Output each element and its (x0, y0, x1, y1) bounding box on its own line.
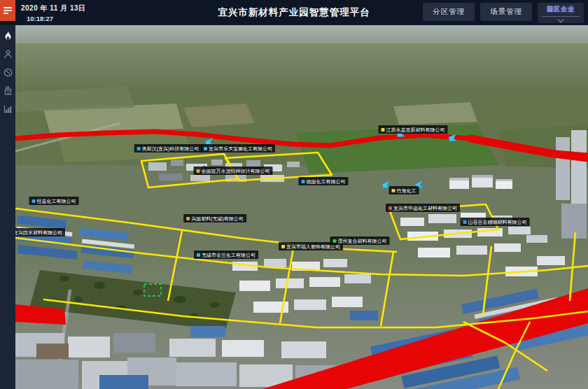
chevron-down-icon (558, 17, 564, 22)
company-icon (197, 169, 200, 173)
company-label[interactable]: 兴国塑料(无锡)有限公司 (183, 214, 246, 222)
company-icon (388, 206, 392, 210)
company-icon (32, 199, 36, 203)
company-icon (186, 217, 190, 220)
company-icon (197, 253, 200, 257)
park-enterprise-dropdown[interactable]: 园区企业 (538, 3, 584, 23)
company-icon (137, 147, 141, 150)
building-icon[interactable] (0, 81, 15, 99)
company-icon (382, 128, 385, 132)
company-label[interactable]: 宜兴市乐天宝馨化工有限公司 (201, 144, 275, 153)
header-time: 10:18:27 (27, 15, 86, 22)
sidebar (0, 21, 15, 389)
company-icon (392, 189, 396, 192)
scene-management-button[interactable]: 场景管理 (480, 3, 532, 21)
company-label[interactable]: 溧州复合材料有限公司 (330, 236, 390, 245)
map-3d-scene (15, 25, 588, 389)
smart-park-platform: 2020 年 11 月 13日 10:18:27 宜兴市新材料产业园智慧管理平台… (0, 0, 588, 389)
company-label[interactable]: 宜兴防水材料有限公司 (15, 228, 65, 236)
page-title: 宜兴市新材料产业园智慧管理平台 (218, 6, 370, 19)
chart-icon[interactable] (0, 99, 15, 118)
company-label[interactable]: 全国双万水泥特种设计有限公司 (194, 167, 273, 175)
header: 2020 年 11 月 13日 10:18:27 宜兴市新材料产业园智慧管理平台… (0, 0, 588, 25)
gauge-icon[interactable] (0, 63, 15, 81)
company-icon (333, 239, 337, 243)
menu-button[interactable] (0, 0, 15, 21)
header-date: 2020 年 11 月 13日 (21, 3, 86, 13)
company-label[interactable]: 竹海化工 (389, 186, 419, 194)
company-label[interactable]: 江苏永嘉亚新材料有限公司 (379, 125, 448, 134)
map-viewport[interactable]: 奥斯汉(宜兴)科技有限公司 宜兴市乐天宝馨化工有限公司 全国双万水泥特种设计有限… (15, 25, 588, 389)
hamburger-icon (4, 6, 12, 15)
flame-icon[interactable] (0, 27, 15, 45)
header-actions: 分区管理 场景管理 园区企业 (423, 3, 584, 23)
company-icon (204, 147, 207, 150)
company-label[interactable]: 奥斯汉(宜兴)科技有限公司 (134, 144, 202, 153)
company-label[interactable]: 无锡市金兰化工有限公司 (194, 250, 258, 259)
company-label[interactable]: 山谷合金精细材料有限公司 (461, 218, 530, 226)
dropdown-label: 园区企业 (547, 5, 575, 14)
company-icon (302, 180, 305, 183)
user-icon[interactable] (0, 45, 15, 63)
company-label[interactable]: 宜兴市中远化工材料有限公司 (386, 204, 460, 212)
company-icon (281, 245, 285, 248)
company-icon (463, 220, 467, 224)
zone-management-button[interactable]: 分区管理 (423, 3, 475, 21)
company-label[interactable]: 恒嘉化工有限公司 (29, 197, 79, 205)
datetime: 2020 年 11 月 13日 10:18:27 (21, 3, 86, 22)
company-label[interactable]: 德国化工有限公司 (299, 177, 349, 185)
